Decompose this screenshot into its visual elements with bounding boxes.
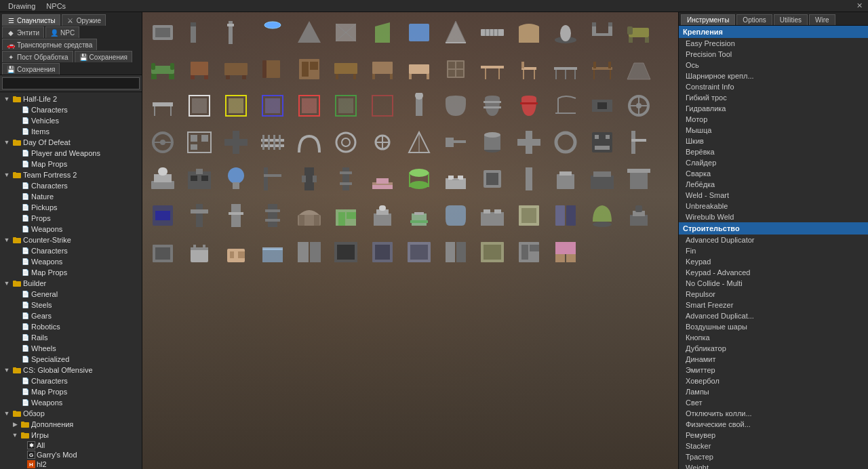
- model-item[interactable]: [365, 125, 400, 160]
- tool-os[interactable]: Ось: [679, 60, 868, 70]
- model-item[interactable]: [548, 161, 583, 197]
- model-item[interactable]: [585, 125, 620, 160]
- model-item[interactable]: [255, 15, 290, 50]
- model-item[interactable]: [255, 88, 290, 123]
- model-item[interactable]: [401, 15, 437, 50]
- model-item[interactable]: [292, 88, 327, 123]
- tool-traster[interactable]: Трастер: [679, 451, 868, 462]
- model-item[interactable]: [475, 161, 510, 197]
- tab-spawners[interactable]: ☰ Спаунлисты: [2, 14, 60, 26]
- model-item[interactable]: [401, 198, 437, 233]
- model-item[interactable]: [621, 88, 656, 123]
- model-item[interactable]: [328, 125, 363, 160]
- model-item[interactable]: [292, 161, 327, 197]
- tool-verevka[interactable]: Верёвка: [679, 146, 868, 157]
- tool-svarka[interactable]: Сварка: [679, 168, 868, 179]
- tree-item-tf2-nature[interactable]: 📄 Nature: [0, 191, 142, 202]
- model-item[interactable]: [438, 234, 473, 270]
- model-item[interactable]: [218, 125, 254, 160]
- tool-fizicheskie[interactable]: Физические свой...: [679, 419, 868, 430]
- model-item[interactable]: [585, 161, 620, 197]
- tool-weight[interactable]: Weight: [679, 462, 868, 469]
- model-item[interactable]: [145, 88, 180, 123]
- tool-vozdushnye-shary[interactable]: Воздушные шары: [679, 321, 868, 332]
- tree-item-hl2[interactable]: ▼ Half-Life 2: [0, 94, 142, 104]
- tab-tools[interactable]: Инструменты: [681, 14, 735, 25]
- model-item[interactable]: [621, 198, 656, 233]
- tab-options[interactable]: Options: [736, 14, 772, 25]
- tool-motor[interactable]: Мотор: [679, 114, 868, 125]
- tree-item-hl2-vehicles[interactable]: 📄 Vehicles: [0, 115, 142, 126]
- section-stroitelstvo[interactable]: Строительство: [679, 222, 868, 234]
- tab-utilities[interactable]: Utilities: [774, 14, 808, 25]
- tree-item-dod-map[interactable]: 📄 Map Props: [0, 159, 142, 169]
- model-item[interactable]: [621, 125, 656, 160]
- tree-item-csgo[interactable]: ▼ CS: Global Offensive: [0, 365, 142, 375]
- tool-gibky-tros[interactable]: Гибкий трос: [679, 92, 868, 103]
- model-item[interactable]: [438, 15, 473, 50]
- model-item[interactable]: [292, 198, 327, 233]
- tool-otkl-kolli[interactable]: Отключить колли...: [679, 408, 868, 419]
- tab-postprocess[interactable]: ✦ Пост Обработка: [2, 51, 73, 62]
- model-item[interactable]: [548, 15, 583, 50]
- tree-item-tf2[interactable]: ▼ Team Fortress 2: [0, 169, 142, 180]
- model-item[interactable]: [438, 161, 473, 197]
- model-item[interactable]: [255, 52, 290, 87]
- model-item[interactable]: [511, 161, 547, 197]
- tool-shkiv[interactable]: Шкив: [679, 136, 868, 146]
- model-grid[interactable]: [142, 12, 678, 469]
- model-item[interactable]: [292, 52, 327, 87]
- tool-svet[interactable]: Свет: [679, 397, 868, 408]
- model-item[interactable]: [145, 234, 180, 270]
- tool-knopka[interactable]: Кнопка: [679, 332, 868, 343]
- model-item[interactable]: [401, 125, 437, 160]
- section-krepeniya[interactable]: Крепления: [679, 26, 868, 38]
- tree-item-csgo-weapons[interactable]: 📄 Weapons: [0, 397, 142, 408]
- menu-drawing[interactable]: Drawing: [3, 0, 41, 12]
- tool-constraint-info[interactable]: Constraint Info: [679, 81, 868, 92]
- tree-item-igry[interactable]: ▼ Игры: [0, 430, 142, 441]
- model-item[interactable]: [328, 234, 363, 270]
- model-item[interactable]: [511, 125, 547, 160]
- tree-item-builder[interactable]: ▼ Builder: [0, 278, 142, 289]
- model-item[interactable]: [328, 161, 363, 197]
- tree-item-builder-steels[interactable]: 📄 Steels: [0, 300, 142, 310]
- model-item[interactable]: [255, 161, 290, 197]
- tree-item-builder-specialized[interactable]: 📄 Specialized: [0, 354, 142, 365]
- model-item[interactable]: [182, 15, 217, 50]
- model-item[interactable]: [218, 52, 254, 87]
- tool-dublikator[interactable]: Дубликатор: [679, 343, 868, 354]
- model-item[interactable]: [365, 234, 400, 270]
- tool-sharnir[interactable]: Шарнирное крепл...: [679, 70, 868, 81]
- tab-weapons[interactable]: ⚔ Оружие: [62, 14, 106, 26]
- tree-item-builder-rails[interactable]: 📄 Rails: [0, 332, 142, 343]
- model-item[interactable]: [585, 88, 620, 123]
- tree-item-cs-weapons[interactable]: 📄 Weapons: [0, 256, 142, 267]
- model-item[interactable]: [328, 15, 363, 50]
- tree-item-csgo-map[interactable]: 📄 Map Props: [0, 386, 142, 397]
- model-item[interactable]: [182, 52, 217, 87]
- tree-item-builder-robotics[interactable]: 📄 Robotics: [0, 321, 142, 332]
- tab-npcs[interactable]: 👤 NPC: [45, 26, 79, 38]
- model-item[interactable]: [401, 52, 437, 87]
- model-item[interactable]: [511, 234, 547, 270]
- model-item[interactable]: [145, 125, 180, 160]
- close-button[interactable]: ✕: [856, 1, 865, 10]
- model-item[interactable]: [182, 88, 217, 123]
- model-item[interactable]: [218, 15, 254, 50]
- tool-lebedka[interactable]: Лебёдка: [679, 179, 868, 190]
- model-item[interactable]: [145, 198, 180, 233]
- model-item[interactable]: [292, 234, 327, 270]
- tab-saves2[interactable]: 💾 Сохранения: [2, 63, 60, 75]
- model-item[interactable]: [585, 15, 620, 50]
- model-item[interactable]: [182, 234, 217, 270]
- tool-fin[interactable]: Fin: [679, 245, 868, 256]
- tree-item-dod-player[interactable]: 📄 Player and Weapons: [0, 148, 142, 159]
- tree-item-obzor[interactable]: ▼ Обзор: [0, 408, 142, 419]
- tool-keypad[interactable]: Keypad: [679, 256, 868, 267]
- model-item[interactable]: [328, 52, 363, 87]
- tool-no-collide-multi[interactable]: No Collide - Multi: [679, 278, 868, 289]
- tree-item-game-hl2[interactable]: H hl2: [0, 460, 142, 469]
- model-item[interactable]: [475, 125, 510, 160]
- model-item[interactable]: [182, 198, 217, 233]
